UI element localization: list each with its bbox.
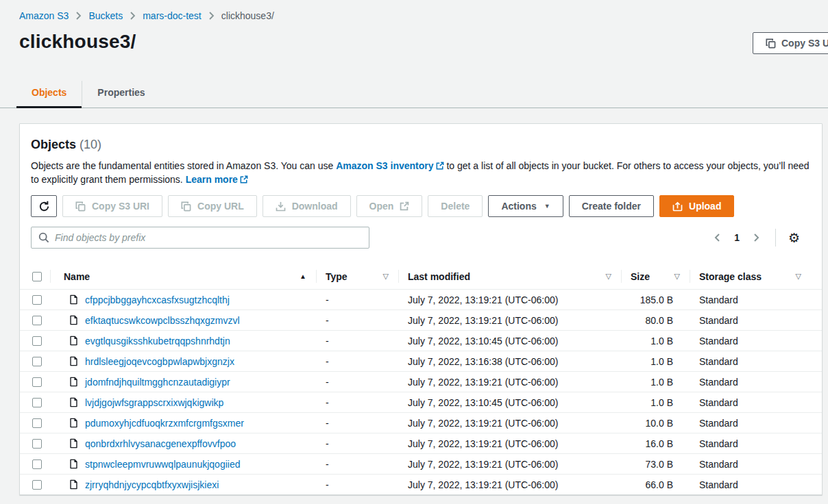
actions-dropdown-button[interactable]: Actions ▼ <box>488 195 563 217</box>
table-row: zjrryqhdnjycypcqbtfxyxwjisjkiexi - July … <box>20 474 822 494</box>
amazon-s3-inventory-link[interactable]: Amazon S3 inventory <box>336 160 433 171</box>
current-page-number: 1 <box>729 232 745 243</box>
table-row: stpnwcleepmvruwwqlpaunukjqogiied - July … <box>20 453 822 474</box>
object-name-link[interactable]: efktaqtucswkcowpclbsszhqxgzmvzvl <box>85 315 240 326</box>
create-folder-button[interactable]: Create folder <box>569 195 654 217</box>
row-checkbox[interactable] <box>32 459 42 469</box>
object-last-modified: July 7, 2022, 13:19:21 (UTC-06:00) <box>398 310 621 330</box>
row-checkbox[interactable] <box>32 336 42 346</box>
row-checkbox[interactable] <box>32 377 42 387</box>
table-row: pdumoxyhjcdfuoqkrzxmfcrgmfgsxmer - July … <box>20 412 822 433</box>
objects-toolbar: Copy S3 URI Copy URL Download Open Delet… <box>31 195 811 217</box>
breadcrumb-buckets[interactable]: Buckets <box>88 10 123 21</box>
tab-objects[interactable]: Objects <box>16 79 82 108</box>
column-header-type[interactable]: Type ▽ <box>316 264 398 289</box>
object-last-modified: July 7, 2022, 13:19:21 (UTC-06:00) <box>398 372 621 392</box>
file-icon <box>69 438 78 449</box>
table-row: hrdlsleegjoqevcogbpwlapwbjxgnzjx - July … <box>20 351 822 371</box>
chevron-right-icon <box>75 12 82 20</box>
objects-heading: Objects (10) <box>31 138 811 152</box>
object-storage-class: Standard <box>690 290 811 310</box>
chevron-down-icon: ▼ <box>544 203 550 210</box>
preferences-gear-button[interactable]: ⚙ <box>786 230 803 246</box>
open-button[interactable]: Open <box>356 195 423 217</box>
copy-s3-uri-toolbar-button[interactable]: Copy S3 URI <box>62 195 162 217</box>
object-last-modified: July 7, 2022, 13:19:21 (UTC-06:00) <box>398 290 621 310</box>
upload-icon <box>672 201 683 212</box>
row-checkbox[interactable] <box>32 357 42 366</box>
column-header-storage-class[interactable]: Storage class ▽ <box>690 264 811 289</box>
object-type: - <box>316 310 398 330</box>
objects-panel: Objects (10) Objects are the fundamental… <box>19 123 823 495</box>
row-checkbox[interactable] <box>32 398 42 407</box>
gear-icon: ⚙ <box>788 231 800 245</box>
column-header-size[interactable]: Size ▽ <box>621 264 690 289</box>
object-last-modified: July 7, 2022, 13:19:21 (UTC-06:00) <box>398 413 621 433</box>
object-type: - <box>316 433 398 453</box>
objects-count: (10) <box>80 138 101 151</box>
row-checkbox[interactable] <box>32 316 42 325</box>
object-name-link[interactable]: zjrryqhdnjycypcqbtfxyxwjisjkiexi <box>85 479 219 490</box>
search-input[interactable] <box>31 227 369 249</box>
breadcrumb-amazon-s3[interactable]: Amazon S3 <box>19 10 69 21</box>
table-row: efktaqtucswkcowpclbsszhqxgzmvzvl - July … <box>20 310 822 330</box>
object-size: 1.0 B <box>621 372 690 392</box>
object-name-link[interactable]: evgtlqusgiksshkubetrqqpshnrhdtjn <box>85 336 230 346</box>
search-row: 1 ⚙ <box>31 227 811 249</box>
object-storage-class: Standard <box>690 310 811 330</box>
table-header-row: Name ▲ Type ▽ Last modified ▽ Size ▽ Sto… <box>20 264 822 289</box>
object-name-link[interactable]: cfppcjbbggayhcxcasfxsugtzhcqlthj <box>85 294 230 305</box>
object-name-link[interactable]: pdumoxyhjcdfuoqkrzxmfcrgmfgsxmer <box>85 418 244 429</box>
row-checkbox[interactable] <box>32 439 42 449</box>
pager-divider <box>775 229 776 247</box>
object-type: - <box>316 454 398 474</box>
copy-icon <box>181 201 191 212</box>
object-name-link[interactable]: hrdlsleegjoqevcogbpwlapwbjxgnzjx <box>85 356 234 367</box>
delete-button[interactable]: Delete <box>428 195 483 217</box>
select-all-checkbox[interactable] <box>32 272 42 281</box>
object-size: 10.0 B <box>621 413 690 433</box>
objects-table: Name ▲ Type ▽ Last modified ▽ Size ▽ Sto… <box>20 264 822 494</box>
column-header-name[interactable]: Name ▲ <box>50 264 316 289</box>
file-icon <box>69 459 78 469</box>
object-name-link[interactable]: lvjdjgojwfsgrappscrxixwjqkigwikp <box>85 397 223 408</box>
download-icon <box>276 201 286 212</box>
file-icon <box>69 356 78 366</box>
sort-icon: ▽ <box>796 272 801 281</box>
download-button[interactable]: Download <box>263 195 351 217</box>
learn-more-link[interactable]: Learn more <box>186 174 238 185</box>
tab-properties[interactable]: Properties <box>82 79 160 108</box>
object-storage-class: Standard <box>690 351 811 371</box>
column-header-last-modified[interactable]: Last modified ▽ <box>398 264 621 289</box>
upload-button[interactable]: Upload <box>659 195 734 217</box>
object-type: - <box>316 290 398 310</box>
object-storage-class: Standard <box>690 331 811 351</box>
copy-icon <box>766 38 776 49</box>
object-type: - <box>316 351 398 371</box>
row-checkbox[interactable] <box>32 418 42 428</box>
copy-url-button[interactable]: Copy URL <box>168 195 257 217</box>
object-name-link[interactable]: qonbrdxrhlvysanacgenexpffovvfpoo <box>85 438 236 449</box>
object-last-modified: July 7, 2022, 13:10:45 (UTC-06:00) <box>398 392 621 412</box>
copy-icon <box>75 201 86 212</box>
object-storage-class: Standard <box>690 475 811 494</box>
object-storage-class: Standard <box>690 433 811 453</box>
table-row: jdomfndjhquiltmgghcnzautadigiypr - July … <box>20 371 822 392</box>
object-name-link[interactable]: stpnwcleepmvruwwqlpaunukjqogiied <box>85 459 240 470</box>
previous-page-button[interactable] <box>708 230 726 245</box>
object-last-modified: July 7, 2022, 13:19:21 (UTC-06:00) <box>398 433 621 453</box>
row-checkbox[interactable] <box>32 480 42 490</box>
objects-description: Objects are the fundamental entities sto… <box>31 159 811 186</box>
copy-s3-uri-button[interactable]: Copy S3 URI <box>753 32 828 54</box>
chevron-right-icon <box>208 12 215 20</box>
object-name-link[interactable]: jdomfndjhquiltmgghcnzautadigiypr <box>85 377 230 388</box>
chevron-right-icon <box>753 233 760 242</box>
object-size: 80.0 B <box>621 310 690 330</box>
file-icon <box>69 315 78 325</box>
object-storage-class: Standard <box>690 454 811 474</box>
breadcrumb-bucket-name[interactable]: mars-doc-test <box>143 10 202 21</box>
refresh-button[interactable] <box>31 195 57 217</box>
row-checkbox[interactable] <box>32 295 42 305</box>
chevron-left-icon <box>714 233 720 242</box>
next-page-button[interactable] <box>748 230 766 245</box>
